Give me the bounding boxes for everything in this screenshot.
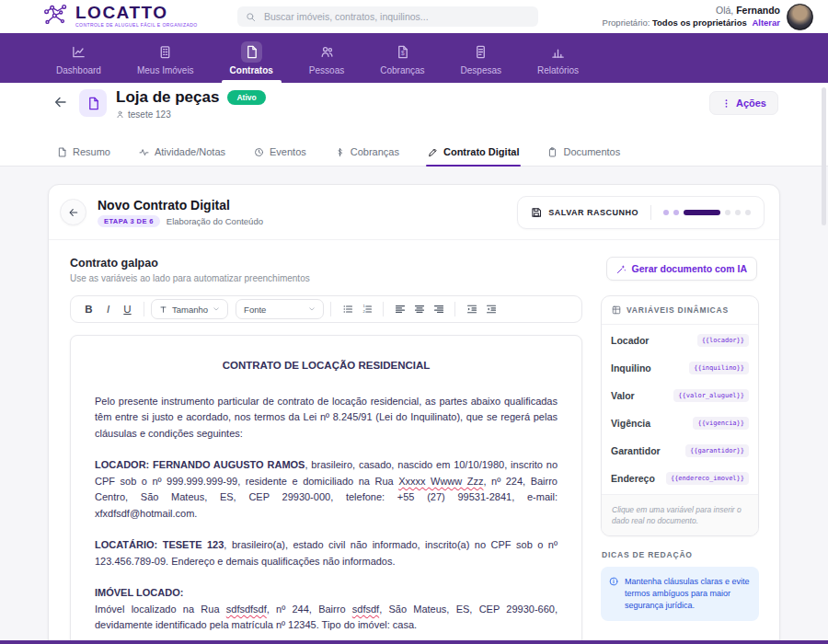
variable-item[interactable]: Vigência{{vigencia}} [611, 409, 749, 437]
receipt-icon [474, 45, 488, 59]
nav-item-contratos[interactable]: Contratos [225, 33, 278, 83]
search-input[interactable] [262, 10, 530, 23]
nav-item-label: Contratos [230, 65, 273, 75]
bullet-list-button[interactable] [338, 300, 357, 319]
nav-item-cobrancas[interactable]: $Cobranças [375, 33, 429, 83]
font-size-select[interactable]: Tamanho [151, 299, 228, 319]
nav-item-dashboard[interactable]: Dashboard [52, 33, 106, 83]
wizard-title: Novo Contrato Digital [98, 198, 263, 213]
variable-item[interactable]: Valor{{valor_aluguel}} [611, 382, 749, 409]
change-owner-link[interactable]: Alterar [752, 17, 780, 28]
numbered-list-button[interactable]: 12 [357, 300, 376, 319]
actions-button[interactable]: Ações [709, 91, 778, 115]
align-center-button[interactable] [409, 300, 429, 319]
font-family-select[interactable]: Fonte [236, 299, 324, 319]
dynamic-variables-card: VARIÁVEIS DINÂMICAS Locador{{locador}}In… [601, 295, 759, 536]
variable-item[interactable]: Endereço{{endereco_imovel}} [611, 465, 749, 492]
step-dot-4[interactable] [725, 210, 730, 215]
logo-name: LOCATTO [75, 4, 198, 21]
bar-chart-icon [551, 45, 565, 59]
variable-token[interactable]: {{vigencia}} [693, 417, 749, 430]
app: LOCATTO CONTROLE DE ALUGUEL FÁCIL E ORGA… [0, 0, 828, 644]
global-search[interactable] [237, 6, 538, 27]
variables-hint: Clique em uma variável para inserir o da… [602, 494, 758, 535]
file-dollar-icon: $ [396, 45, 409, 59]
step-dot-1[interactable] [663, 210, 669, 215]
variables-list: Locador{{locador}}Inquilino{{inquilino}}… [602, 325, 758, 494]
chart-line-icon [72, 45, 86, 59]
italic-button[interactable]: I [98, 300, 118, 319]
activity-icon [139, 147, 149, 157]
align-right-button[interactable] [429, 300, 448, 319]
tab-label: Documentos [563, 146, 620, 157]
scrollbar[interactable] [822, 87, 826, 225]
divider [383, 302, 384, 316]
font-family-label: Fonte [244, 305, 266, 315]
nav-item-label: Meus Imóveis [137, 65, 194, 75]
underline-button[interactable]: U [118, 300, 137, 319]
generate-ai-label: Gerar documento com IA [632, 263, 747, 274]
tab-eventos[interactable]: Eventos [252, 138, 308, 166]
logo[interactable]: LOCATTO CONTROLE DE ALUGUEL FÁCIL E ORGA… [42, 4, 198, 28]
variable-token[interactable]: {{locador}} [697, 334, 749, 347]
list-ol-icon: 12 [362, 304, 373, 315]
tab-resumo[interactable]: Resumo [55, 138, 112, 166]
variable-label: Locador [611, 335, 649, 346]
divider [650, 205, 651, 220]
tip-text: Mantenha cláusulas claras e evite termos… [625, 576, 751, 612]
tab-contrato-digital[interactable]: Contrato Digital [426, 138, 522, 166]
nav-item-label: Dashboard [56, 65, 101, 75]
step-label: Elaboração do Conteúdo [167, 216, 263, 226]
variable-token[interactable]: {{endereco_imovel}} [666, 472, 749, 485]
back-button[interactable] [53, 95, 68, 109]
avatar[interactable] [787, 4, 813, 30]
owner-value: Todos os proprietários [652, 17, 747, 28]
text-size-icon [159, 305, 167, 314]
tab-cobrancas[interactable]: Cobranças [333, 138, 401, 166]
pen-icon [428, 147, 438, 157]
outdent-button[interactable] [481, 300, 500, 319]
nav-item-pessoas[interactable]: Pessoas [305, 33, 349, 83]
variable-token[interactable]: {{inquilino}} [689, 362, 749, 374]
align-left-button[interactable] [390, 300, 409, 319]
list-ul-icon [342, 304, 353, 315]
variable-label: Valor [611, 390, 635, 401]
greeting-prefix: Olá, [716, 5, 733, 16]
generate-ai-button[interactable]: Gerar documento com IA [606, 257, 757, 281]
page-header: Loja de peças Ativo tesete 123 Ações [0, 83, 828, 138]
step-dot-3[interactable] [684, 210, 720, 215]
variable-label: Endereço [611, 473, 655, 484]
variable-token[interactable]: {{valor_aluguel}} [673, 389, 749, 402]
variable-token[interactable]: {{garantidor}} [685, 444, 749, 457]
variable-item[interactable]: Garantidor{{garantidor}} [611, 437, 749, 465]
contract-icon-chip [79, 89, 107, 117]
nav-item-despesas[interactable]: Despesas [456, 33, 506, 83]
variable-item[interactable]: Inquilino{{inquilino}} [611, 354, 749, 382]
svg-text:2: 2 [362, 309, 365, 314]
tab-documentos[interactable]: Documentos [546, 138, 622, 166]
tab-atividade-notas[interactable]: Atividade/Notas [137, 138, 227, 166]
contract-editor-page[interactable]: CONTRATO DE LOCAÇÃO RESIDENCIALPelo pres… [70, 335, 582, 644]
variable-label: Inquilino [611, 362, 651, 374]
nav-item-relatorios[interactable]: Relatórios [533, 33, 583, 83]
step-dot-2[interactable] [673, 210, 679, 215]
variable-item[interactable]: Locador{{locador}} [611, 327, 749, 354]
tab-label: Atividade/Notas [155, 146, 225, 157]
divider [144, 302, 144, 316]
contract-body: CONTRATO DE LOCAÇÃO RESIDENCIALPelo pres… [95, 358, 558, 644]
step-progress-dots [663, 210, 751, 215]
step-dot-6[interactable] [745, 210, 751, 215]
search-icon [246, 12, 256, 22]
tab-label: Cobranças [351, 146, 399, 157]
wizard-back-button[interactable] [60, 199, 86, 225]
save-draft-button[interactable]: SALVAR RASCUNHO [531, 207, 638, 218]
bold-button[interactable]: B [79, 300, 98, 319]
step-dot-5[interactable] [735, 210, 741, 215]
indent-button[interactable] [462, 300, 481, 319]
top-header: LOCATTO CONTROLE DE ALUGUEL FÁCIL E ORGA… [0, 0, 828, 33]
kebab-menu-icon [721, 98, 731, 109]
align-center-icon [414, 304, 425, 315]
main-nav: DashboardMeus ImóveisContratosPessoas$Co… [0, 33, 828, 83]
contract-tabs: ResumoAtividade/NotasEventosCobrançasCon… [0, 138, 828, 167]
nav-item-meus-imoveis[interactable]: Meus Imóveis [132, 33, 199, 83]
